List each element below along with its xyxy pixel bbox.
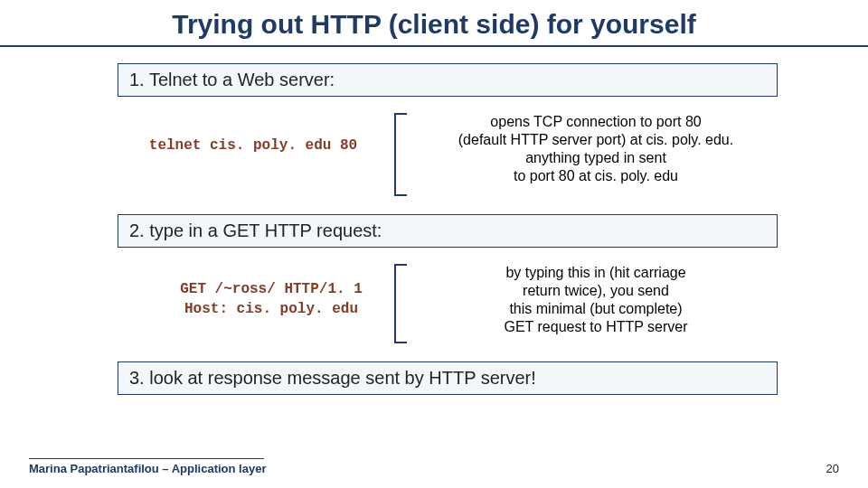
footer-underline (29, 458, 264, 459)
bracket-icon (394, 113, 407, 196)
step-3-box: 3. look at response message sent by HTTP… (118, 361, 778, 395)
row-2: GET /~ross/ HTTP/1. 1Host: cis. poly. ed… (118, 264, 778, 343)
code-column-1: telnet cis. poly. edu 80 (118, 113, 389, 156)
telnet-command: telnet cis. poly. edu 80 (149, 136, 357, 156)
code-column-2: GET /~ross/ HTTP/1. 1Host: cis. poly. ed… (118, 264, 389, 319)
description-1: opens TCP connection to port 80(default … (407, 113, 778, 185)
slide-body: 1. Telnet to a Web server: telnet cis. p… (0, 47, 868, 395)
description-2: by typing this in (hit carriagereturn tw… (407, 264, 778, 336)
page-number: 20 (826, 462, 839, 475)
step-1-box: 1. Telnet to a Web server: (118, 63, 778, 97)
slide-title: Trying out HTTP (client side) for yourse… (0, 0, 868, 45)
footer-author: Marina Papatriantafilou – Application la… (29, 462, 266, 475)
bracket-icon (394, 264, 407, 343)
get-request-code: GET /~ross/ HTTP/1. 1Host: cis. poly. ed… (180, 280, 363, 319)
row-1: telnet cis. poly. edu 80 opens TCP conne… (118, 113, 778, 196)
step-2-box: 2. type in a GET HTTP request: (118, 214, 778, 248)
bracket-column-1 (389, 113, 407, 196)
bracket-column-2 (389, 264, 407, 343)
footer: Marina Papatriantafilou – Application la… (29, 462, 839, 475)
